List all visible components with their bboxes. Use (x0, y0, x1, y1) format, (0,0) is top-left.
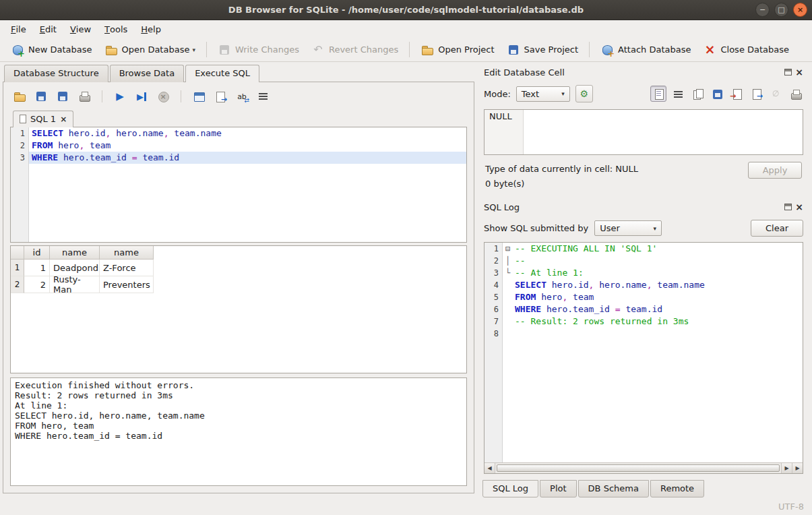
stop-icon (156, 90, 170, 103)
mode-value: Text (522, 89, 539, 99)
menu-file[interactable]: File (4, 20, 33, 38)
column-header-name[interactable]: name (100, 246, 154, 260)
dock-tabbar: SQL LogPlotDB SchemaRemote (482, 480, 805, 497)
fold-marker-icon[interactable]: └ (505, 267, 515, 279)
close-dock-icon[interactable]: × (795, 69, 803, 75)
table-cell[interactable]: 1 (24, 260, 50, 276)
scroll-right-icon[interactable]: ▶ (781, 463, 792, 473)
open-database-label: Open Database (122, 44, 190, 55)
save-sql-file-button[interactable] (33, 88, 49, 104)
wrap-text-button[interactable] (670, 86, 686, 102)
close-sql-tab-icon[interactable]: × (60, 115, 67, 123)
revert-changes-label: Revert Changes (329, 44, 398, 55)
execute-sql-panel: SQL 1 × 123SELECT hero.id, hero.name, te… (3, 82, 474, 493)
execution-message[interactable]: Execution finished without errors.Result… (10, 377, 467, 486)
save-project-button[interactable]: Save Project (501, 40, 584, 59)
open-project-button[interactable]: Open Project (415, 40, 499, 59)
sql-log-editor[interactable]: 12345678⊟-- EXECUTING ALL IN 'SQL 1'│--└… (485, 243, 803, 462)
open-database-button[interactable]: Open Database▾ (99, 40, 201, 59)
line-number: 6 (485, 303, 502, 315)
close-dock-icon[interactable]: × (795, 204, 803, 210)
print-button[interactable] (76, 88, 92, 104)
titlebar[interactable]: DB Browser for SQLite - /home/user/code/… (0, 0, 812, 20)
copy-cell-icon (691, 88, 704, 100)
attach-database-button[interactable]: Attach Database (595, 40, 696, 59)
save-sql-file-as-button[interactable] (55, 88, 71, 104)
set-null-icon (770, 88, 782, 100)
bottom-tab-plot[interactable]: Plot (540, 480, 577, 497)
find-replace-button[interactable] (234, 88, 250, 104)
cell-toolbar (650, 86, 803, 102)
copy-cell-button[interactable] (689, 86, 706, 102)
print-icon (77, 90, 91, 103)
menu-tools[interactable]: Tools (98, 20, 134, 38)
close-database-icon (703, 43, 716, 57)
sql-toolbar (10, 86, 467, 107)
menubar: FileEditViewToolsHelp (0, 20, 812, 38)
tab-execute-sql[interactable]: Execute SQL (185, 65, 259, 82)
window-title: DB Browser for SQLite - /home/user/code/… (0, 5, 812, 15)
left-pane: Database StructureBrowse DataExecute SQL… (0, 62, 476, 497)
new-database-button[interactable]: New Database (5, 40, 98, 59)
bottom-tab-db-schema[interactable]: DB Schema (578, 480, 649, 497)
export-cell-button[interactable] (748, 86, 764, 102)
menu-help[interactable]: Help (134, 20, 168, 38)
open-database-icon (104, 43, 118, 57)
auto-mode-icon (578, 88, 590, 100)
close-button[interactable]: × (793, 3, 807, 17)
bottom-tab-remote[interactable]: Remote (650, 480, 704, 497)
table-cell[interactable]: Z-Force (100, 260, 154, 276)
float-dock-icon[interactable] (784, 204, 792, 210)
menu-view[interactable]: View (63, 20, 98, 38)
word-wrap-button[interactable] (255, 88, 272, 104)
export-cell-icon (750, 88, 762, 100)
mode-select[interactable]: Text ▾ (516, 86, 570, 102)
column-header-id[interactable]: id (24, 246, 50, 260)
maximize-button[interactable]: □ (774, 3, 788, 17)
column-header-name[interactable]: name (50, 246, 100, 260)
row-number[interactable]: 2 (11, 276, 24, 293)
table-cell[interactable]: 2 (24, 276, 50, 293)
bottom-tab-sql-log[interactable]: SQL Log (482, 480, 538, 497)
horizontal-scrollbar[interactable]: ◀ ▶ ▶ (485, 462, 803, 473)
scroll-corner-icon[interactable]: ▶ (792, 463, 803, 473)
print-cell-button[interactable] (787, 86, 803, 102)
execute-current-line-button[interactable] (133, 88, 150, 104)
filter-label: Show SQL submitted by (484, 223, 588, 233)
fold-marker-icon[interactable]: │ (505, 255, 515, 267)
execute-all-button[interactable] (112, 88, 128, 104)
cell-editor[interactable]: NULL (484, 109, 803, 155)
tab-database-structure[interactable]: Database Structure (4, 65, 108, 82)
encoding-indicator[interactable]: UTF-8 (778, 502, 804, 512)
word-wrap-icon (257, 90, 270, 103)
export-csv-button[interactable] (212, 88, 228, 104)
scroll-thumb[interactable] (497, 464, 780, 472)
line-number: 1 (11, 127, 28, 140)
auto-mode-button[interactable] (575, 85, 593, 102)
import-cell-button[interactable] (728, 86, 745, 102)
float-dock-icon[interactable] (784, 69, 792, 75)
row-number[interactable]: 1 (11, 260, 24, 276)
save-cell-button[interactable] (709, 86, 725, 102)
tab-browse-data[interactable]: Browse Data (110, 65, 185, 82)
fold-marker-icon[interactable]: ⊟ (505, 243, 515, 255)
clear-button[interactable]: Clear (751, 220, 803, 237)
table-cell[interactable]: Rusty-Man (50, 276, 100, 293)
open-sql-file-button[interactable] (11, 88, 28, 104)
table-cell[interactable]: Preventers (100, 276, 154, 293)
cell-value: NULL (489, 111, 512, 121)
edit-cell-header: Edit Database Cell × (481, 65, 806, 80)
print-cell-icon (789, 88, 801, 100)
open-database-dropdown-icon[interactable]: ▾ (192, 47, 195, 53)
close-database-button[interactable]: Close Database (697, 40, 794, 59)
sql-log-box: 12345678⊟-- EXECUTING ALL IN 'SQL 1'│--└… (484, 242, 803, 474)
menu-edit[interactable]: Edit (33, 20, 63, 38)
minimize-button[interactable]: − (755, 3, 770, 17)
submitter-select[interactable]: User ▾ (594, 220, 662, 236)
text-view-button[interactable] (650, 86, 666, 102)
open-query-tab-button[interactable] (191, 88, 207, 104)
text-view-icon (652, 88, 664, 100)
sql-tab[interactable]: SQL 1 × (13, 111, 73, 127)
sql-editor[interactable]: 123SELECT hero.id, hero.name, team.nameF… (10, 127, 467, 243)
scroll-left-icon[interactable]: ◀ (485, 463, 495, 473)
